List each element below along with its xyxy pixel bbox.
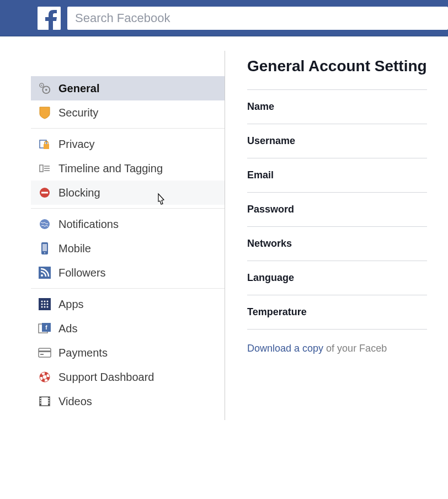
download-copy-link[interactable]: Download a copy [247, 343, 323, 354]
svg-rect-43 [49, 398, 50, 399]
svg-rect-15 [42, 244, 47, 251]
sidebar-item-label: Support Dashboard [58, 371, 154, 384]
download-copy-rest: of your Faceb [323, 343, 387, 354]
facebook-logo-icon[interactable] [38, 7, 61, 30]
rss-icon [36, 266, 53, 280]
sidebar-item-general[interactable]: General [31, 76, 225, 100]
svg-rect-45 [49, 402, 50, 404]
lock-icon [36, 137, 53, 151]
tag-icon [36, 161, 53, 176]
sidebar-item-label: Videos [58, 395, 92, 408]
setting-row-email[interactable]: Email [247, 158, 427, 193]
sidebar-item-label: Apps [58, 298, 84, 311]
svg-point-25 [47, 304, 49, 305]
top-bar [0, 0, 448, 36]
svg-point-26 [41, 306, 43, 308]
search-input[interactable] [67, 7, 448, 30]
sidebar-item-apps[interactable]: Apps [31, 292, 225, 316]
globe-icon [36, 217, 53, 231]
svg-rect-12 [41, 192, 48, 194]
block-icon [36, 185, 53, 200]
sidebar-item-label: Security [58, 107, 98, 119]
sidebar-item-ads[interactable]: f Ads [31, 316, 225, 341]
sidebar-item-label: Privacy [58, 138, 95, 151]
sidebar-item-notifications[interactable]: Notifications [31, 212, 225, 236]
setting-row-name[interactable]: Name [247, 90, 427, 124]
apps-icon [36, 297, 53, 311]
svg-rect-7 [40, 165, 43, 172]
svg-rect-40 [40, 398, 41, 399]
film-icon [36, 394, 53, 408]
sidebar-item-security[interactable]: Security [31, 100, 225, 125]
cursor-icon [154, 193, 168, 208]
sidebar-item-label: Mobile [58, 242, 91, 255]
page-title: General Account Setting [247, 57, 427, 90]
svg-rect-33 [39, 351, 51, 352]
svg-point-4 [41, 84, 42, 86]
svg-point-23 [41, 304, 43, 305]
sidebar-item-blocking[interactable]: Blocking [31, 181, 225, 205]
sidebar-item-payments[interactable]: Payments [31, 341, 225, 365]
svg-point-24 [44, 304, 46, 305]
mobile-icon [36, 241, 53, 256]
sidebar-item-timeline[interactable]: Timeline and Tagging [31, 156, 225, 181]
sidebar-item-label: Followers [58, 267, 106, 279]
sidebar-item-label: General [58, 82, 99, 95]
sidebar-item-privacy[interactable]: Privacy [31, 132, 225, 156]
svg-point-21 [44, 301, 46, 302]
sidebar-item-mobile[interactable]: Mobile [31, 236, 225, 261]
setting-row-temperature[interactable]: Temperature [247, 295, 427, 330]
svg-rect-44 [49, 400, 50, 401]
ads-icon: f [36, 321, 53, 336]
setting-row-username[interactable]: Username [247, 124, 427, 158]
sidebar-item-label: Timeline and Tagging [58, 162, 163, 175]
setting-row-networks[interactable]: Networks [247, 227, 427, 261]
sidebar-item-support[interactable]: Support Dashboard [31, 365, 225, 389]
sidebar-item-label: Ads [58, 322, 77, 335]
svg-rect-32 [39, 348, 51, 357]
settings-sidebar: General Security Privacy Timeline an [0, 51, 225, 420]
shield-icon [36, 105, 53, 120]
main-panel: General Account Setting Name Username Em… [225, 36, 427, 431]
setting-row-password[interactable]: Password [247, 193, 427, 227]
svg-point-27 [44, 306, 46, 308]
sidebar-item-label: Blocking [58, 187, 100, 199]
svg-rect-41 [40, 400, 41, 401]
download-copy-line: Download a copy of your Faceb [247, 330, 427, 354]
sidebar-item-videos[interactable]: Videos [31, 389, 225, 413]
svg-point-16 [44, 252, 45, 253]
sidebar-item-followers[interactable]: Followers [31, 261, 225, 285]
lifebuoy-icon [36, 370, 53, 384]
svg-point-28 [47, 306, 49, 308]
svg-point-18 [41, 274, 43, 277]
svg-rect-42 [40, 402, 41, 404]
svg-point-36 [42, 375, 47, 379]
svg-point-13 [40, 219, 50, 229]
svg-point-20 [41, 301, 43, 302]
sidebar-item-label: Payments [58, 347, 108, 359]
svg-point-2 [45, 89, 47, 91]
sidebar-item-label: Notifications [58, 218, 119, 231]
gear-icon [36, 81, 53, 95]
svg-rect-34 [40, 354, 44, 355]
setting-row-language[interactable]: Language [247, 261, 427, 295]
svg-rect-6 [44, 144, 49, 149]
svg-point-22 [47, 301, 49, 302]
credit-card-icon [36, 346, 53, 360]
